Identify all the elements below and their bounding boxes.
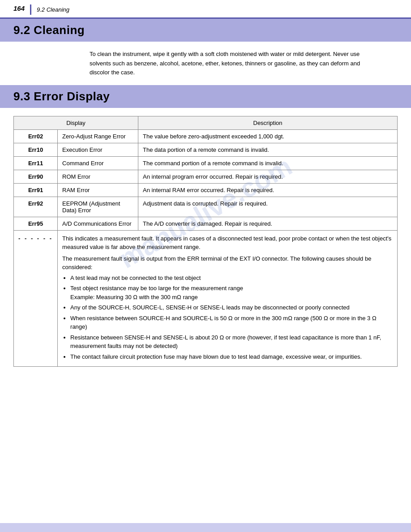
error-name: A/D Communications Error	[58, 217, 138, 230]
col-header-description: Description	[138, 116, 398, 129]
table-row: Err02 Zero-Adjust Range Error The value …	[14, 129, 398, 143]
fault-description: This indicates a measurement fault. It a…	[58, 230, 398, 367]
error-name: Zero-Adjust Range Error	[58, 129, 138, 143]
error-name: Command Error	[58, 156, 138, 170]
table-row: Err95 A/D Communications Error The A/D c…	[14, 217, 398, 230]
error-name: Execution Error	[58, 143, 138, 156]
table-row: Err10 Execution Error The data portion o…	[14, 143, 398, 156]
section-9-2-heading: 9.2 Cleaning	[0, 19, 411, 42]
error-code: Err91	[14, 183, 58, 197]
list-item: The contact failure circuit protection f…	[70, 352, 393, 361]
fault-bullets: A test lead may not be connected to the …	[70, 274, 393, 361]
header-section-label: 9.2 Cleaning	[37, 4, 69, 15]
error-name: RAM Error	[58, 183, 138, 197]
table-row: Err90 ROM Error An internal program erro…	[14, 170, 398, 183]
dashes-indicator: - - - - - -	[14, 230, 58, 367]
section-9-2-title: 9.2 Cleaning	[13, 23, 398, 37]
error-code: Err92	[14, 197, 58, 217]
error-desc: Adjustment data is corrupted. Repair is …	[138, 197, 398, 217]
error-name: EEPROM (Adjustment Data) Error	[58, 197, 138, 217]
fault-line2: The measurement fault signal is output f…	[62, 254, 393, 272]
list-item: Any of the SOURCE-H, SOURCE-L, SENSE-H o…	[70, 303, 393, 312]
fault-intro: This indicates a measurement fault. It a…	[62, 234, 393, 252]
list-item: A test lead may not be connected to the …	[70, 274, 393, 283]
error-code: Err95	[14, 217, 58, 230]
error-desc: The command portion of a remote command …	[138, 156, 398, 170]
error-code: Err02	[14, 129, 58, 143]
error-desc: The value before zero-adjustment exceede…	[138, 129, 398, 143]
list-item: When resistance between SOURCE-H and SOU…	[70, 314, 393, 331]
list-item: Test object resistance may be too large …	[70, 284, 393, 301]
error-desc: An internal program error occurred. Repa…	[138, 170, 398, 183]
fault-row: - - - - - - This indicates a measurement…	[14, 230, 398, 367]
error-code: Err10	[14, 143, 58, 156]
bottom-bar	[0, 523, 411, 532]
error-code: Err11	[14, 156, 58, 170]
error-desc: An internal RAM error occurred. Repair i…	[138, 183, 398, 197]
col-header-display: Display	[14, 116, 138, 129]
section-9-3-heading: 9.3 Error Display	[0, 85, 411, 108]
page-number: 164	[13, 4, 31, 15]
error-desc: The data portion of a remote command is …	[138, 143, 398, 156]
page-header: 164 9.2 Cleaning	[0, 0, 411, 19]
error-code: Err90	[14, 170, 58, 183]
table-row: Err11 Command Error The command portion …	[14, 156, 398, 170]
error-table: Display Description Err02 Zero-Adjust Ra…	[13, 116, 398, 367]
cleaning-text: To clean the instrument, wipe it gently …	[90, 50, 375, 77]
section-9-3-title: 9.3 Error Display	[13, 90, 398, 103]
section-9-2-content: To clean the instrument, wipe it gently …	[0, 42, 411, 85]
error-desc: The A/D converter is damaged. Repair is …	[138, 217, 398, 230]
table-row: Err92 EEPROM (Adjustment Data) Error Adj…	[14, 197, 398, 217]
table-row: Err91 RAM Error An internal RAM error oc…	[14, 183, 398, 197]
list-item: Resistance between SENSE-H and SENSE-L i…	[70, 333, 393, 351]
error-name: ROM Error	[58, 170, 138, 183]
